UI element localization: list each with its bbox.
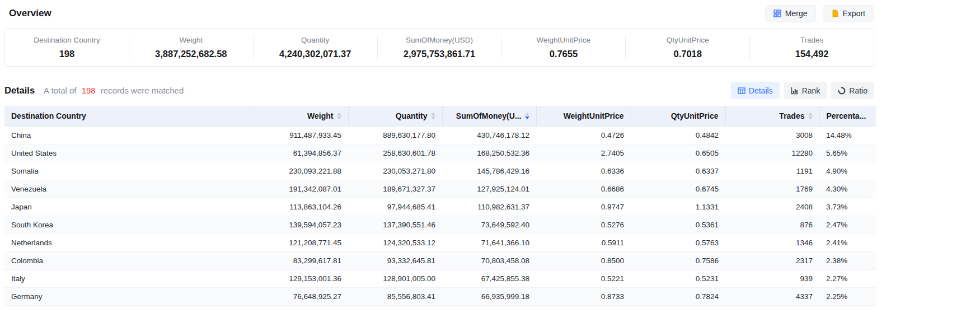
column-label: Percenta...	[827, 111, 866, 120]
stat-value: 4,240,302,071.37	[279, 49, 351, 59]
stat-weight: Weight3,887,252,682.58	[129, 36, 254, 59]
cell-weight: 230,093,221.88	[255, 162, 348, 180]
column-label: Destination Country	[11, 111, 86, 120]
merge-button-label: Merge	[785, 9, 808, 18]
merge-icon	[773, 10, 781, 17]
cell-destination-country: Netherlands	[4, 234, 255, 252]
cell-trades: 3008	[725, 127, 819, 144]
cell-percentage: 2.41%	[819, 234, 876, 252]
cell-percentage: 2.27%	[819, 270, 876, 288]
cell-destination-country: Venezuela	[4, 180, 255, 198]
cell-destination-country: Japan	[4, 198, 255, 216]
table-row: Germany76,648,925.2785,556,803.4166,935,…	[4, 288, 876, 306]
cell-percentage: 4.90%	[819, 162, 876, 180]
cell-quantity: 97,944,685.41	[348, 198, 442, 216]
cell-trades: 2408	[725, 198, 819, 216]
cell-weight-unit-price: 0.5276	[536, 216, 631, 234]
cell-qty-unit-price: 1.1331	[631, 198, 725, 216]
cell-weight-unit-price: 0.6336	[536, 162, 631, 180]
cell-quantity: 93,332,645.81	[348, 252, 442, 270]
table-row: Italy129,153,001.36128,901,005.0067,425,…	[4, 270, 876, 288]
cell-quantity: 189,671,327.37	[348, 180, 442, 198]
cell-weight: 83,299,617.81	[255, 252, 348, 270]
cell-quantity: 85,556,803.41	[348, 288, 442, 306]
ratio-icon	[838, 87, 846, 95]
cell-quantity: 124,320,533.12	[348, 234, 442, 252]
column-label: Weight	[307, 111, 333, 120]
column-header-quantity[interactable]: Quantity	[348, 106, 442, 127]
cell-weight: 61,394,856.37	[255, 144, 348, 162]
cell-trades: 4337	[725, 288, 819, 306]
merge-button[interactable]: Merge	[765, 5, 816, 22]
column-header-weight[interactable]: Weight	[255, 106, 348, 127]
stat-label: QtyUnitPrice	[667, 36, 709, 44]
stat-label: Quantity	[301, 36, 329, 44]
page-content: Overview Merge	[0, 0, 876, 306]
view-tab-details[interactable]: Details	[731, 82, 780, 99]
cell-sum-of-money: 430,746,178.12	[442, 127, 536, 144]
cell-trades: 876	[725, 216, 819, 234]
cell-qty-unit-price: 0.7824	[631, 288, 725, 306]
cell-weight-unit-price: 0.5911	[536, 234, 631, 252]
cell-sum-of-money: 110,982,631.37	[442, 198, 536, 216]
stat-label: SumOfMoney(USD)	[406, 36, 473, 44]
column-header-destination-country: Destination Country	[4, 106, 255, 127]
cell-weight-unit-price: 2.7405	[536, 144, 631, 162]
table-icon	[738, 87, 745, 95]
column-label: Trades	[779, 111, 804, 120]
cell-sum-of-money: 145,786,429.16	[442, 162, 536, 180]
cell-weight-unit-price: 0.8500	[536, 252, 631, 270]
export-icon	[831, 10, 839, 17]
cell-trades: 1346	[725, 234, 819, 252]
table-header-row: Destination CountryWeightQuantitySumOfMo…	[4, 106, 876, 127]
tab-label: Rank	[802, 86, 820, 95]
cell-weight: 76,648,925.27	[255, 288, 348, 306]
export-button[interactable]: Export	[823, 5, 874, 22]
cell-quantity: 258,630,601.78	[348, 144, 442, 162]
cell-percentage: 3.73%	[819, 198, 876, 216]
cell-trades: 1191	[725, 162, 819, 180]
cell-percentage: 4.30%	[819, 180, 876, 198]
cell-weight: 129,153,001.36	[255, 270, 348, 288]
sort-icon	[431, 113, 435, 119]
cell-sum-of-money: 66,935,999.18	[442, 288, 536, 306]
cell-qty-unit-price: 0.5361	[631, 216, 725, 234]
stat-label: Destination Country	[34, 36, 100, 44]
cell-qty-unit-price: 0.7586	[631, 252, 725, 270]
view-tab-rank[interactable]: Rank	[784, 82, 827, 99]
table-row: Netherlands121,208,771.45124,320,533.127…	[4, 234, 876, 252]
cell-sum-of-money: 67,425,855.38	[442, 270, 536, 288]
details-title: Details	[4, 85, 35, 96]
cell-weight: 113,863,104.26	[255, 198, 348, 216]
cell-qty-unit-price: 0.5231	[631, 270, 725, 288]
table-row: Japan113,863,104.2697,944,685.41110,982,…	[4, 198, 876, 216]
table-row: Venezuela191,342,087.01189,671,327.37127…	[4, 180, 876, 198]
view-tab-ratio[interactable]: Ratio	[831, 82, 874, 99]
cell-sum-of-money: 127,925,124.01	[442, 180, 536, 198]
table-row: United States61,394,856.37258,630,601.78…	[4, 144, 876, 162]
stat-quantity: Quantity4,240,302,071.37	[254, 36, 378, 59]
stat-label: WeightUnitPrice	[537, 36, 591, 44]
cell-percentage: 2.25%	[819, 288, 876, 306]
details-bar: Details A total of 198 records were matc…	[4, 82, 874, 99]
stat-value: 198	[59, 49, 75, 59]
stat-value: 3,887,252,682.58	[155, 49, 227, 59]
table-body: China911,487,933.45889,630,177.80430,746…	[4, 127, 876, 306]
column-label: WeightUnitPrice	[564, 111, 624, 120]
records-count: 198	[82, 86, 96, 95]
stat-destination-country: Destination Country198	[5, 36, 129, 59]
column-header-percentage: Percenta...	[819, 106, 876, 127]
summary-prefix: A total of	[44, 86, 76, 95]
cell-weight-unit-price: 0.9747	[536, 198, 631, 216]
view-tabs: DetailsRankRatio	[731, 82, 874, 99]
column-label: Quantity	[396, 111, 428, 120]
column-header-sum-of-money[interactable]: SumOfMoney(U...	[442, 106, 536, 127]
cell-weight: 139,594,057.23	[255, 216, 348, 234]
column-header-trades[interactable]: Trades	[725, 106, 819, 127]
column-header-weight-unit-price: WeightUnitPrice	[536, 106, 631, 127]
cell-trades: 939	[725, 270, 819, 288]
cell-destination-country: Germany	[4, 288, 255, 306]
table-row: China911,487,933.45889,630,177.80430,746…	[4, 127, 876, 144]
details-table: Destination CountryWeightQuantitySumOfMo…	[4, 106, 876, 306]
cell-destination-country: Somalia	[4, 162, 255, 180]
